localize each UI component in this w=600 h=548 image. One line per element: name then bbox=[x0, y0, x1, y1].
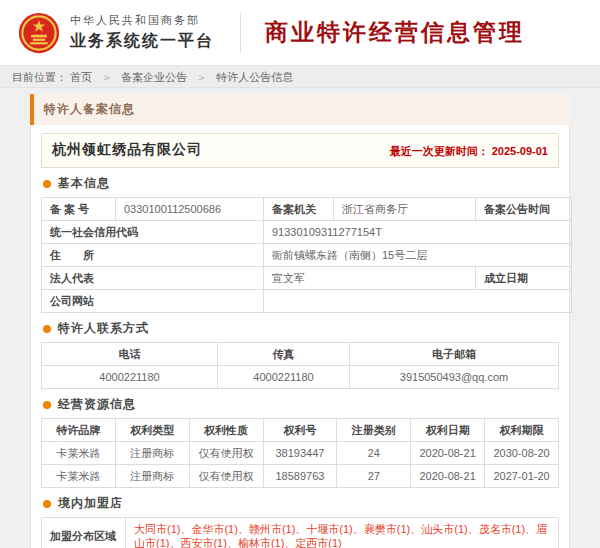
section-title: 经营资源信息 bbox=[58, 396, 136, 413]
column-header: 权利期限 bbox=[485, 419, 559, 442]
top-header: 中华人民共和国商务部 业务系统统一平台 商业特许经营信息管理 bbox=[0, 0, 600, 66]
right-no-cell: 38193447 bbox=[263, 442, 337, 465]
table-header-row: 电话 传真 电子邮箱 bbox=[42, 343, 559, 366]
reg-class-cell: 27 bbox=[337, 465, 411, 488]
right-nature-cell: 仅有使用权 bbox=[189, 465, 263, 488]
breadcrumb-current-page: 特许人公告信息 bbox=[216, 71, 293, 83]
main-content: 特许人备案信息 杭州领虹绣品有限公司 最近一次更新时间： 2025-09-01 … bbox=[0, 88, 600, 548]
bullet-icon bbox=[43, 325, 51, 333]
section-business-resources: 经营资源信息 bbox=[43, 396, 559, 413]
column-header: 权利日期 bbox=[411, 419, 485, 442]
column-header-email: 电子邮箱 bbox=[350, 343, 559, 366]
franchise-table: 加盟分布区域 大同市(1)、金华市(1)、赣州市(1)、十堰市(1)、襄樊市(1… bbox=[41, 517, 559, 548]
website-value bbox=[264, 290, 572, 313]
website-label: 公司网站 bbox=[42, 290, 264, 313]
right-type-cell: 注册商标 bbox=[115, 465, 189, 488]
bullet-icon bbox=[43, 401, 51, 409]
record-panel: 杭州领虹绣品有限公司 最近一次更新时间： 2025-09-01 基本信息 备 案… bbox=[30, 125, 570, 548]
basic-info-table: 备 案 号 0330100112500686 备案机关 浙江省商务厅 备案公告时… bbox=[41, 197, 572, 313]
ministry-name: 中华人民共和国商务部 bbox=[70, 13, 214, 28]
record-no-value: 0330100112500686 bbox=[116, 198, 264, 221]
company-name: 杭州领虹绣品有限公司 bbox=[52, 141, 202, 159]
last-update-value: 2025-09-01 bbox=[492, 145, 548, 157]
table-row: 法人代表 宣文军 成立日期 2014-05-09 bbox=[42, 267, 572, 290]
legal-rep-label: 法人代表 bbox=[42, 267, 264, 290]
table-row: 统一社会信用代码 91330109311277154T bbox=[42, 221, 572, 244]
last-update-time: 最近一次更新时间： 2025-09-01 bbox=[390, 144, 548, 159]
brand-cell: 卡莱米路 bbox=[42, 465, 116, 488]
contact-table: 电话 传真 电子邮箱 4000221180 4000221180 3915050… bbox=[41, 342, 559, 389]
authority-value: 浙江省商务厅 bbox=[334, 198, 476, 221]
section-basic-info: 基本信息 bbox=[43, 175, 559, 192]
right-date-cell: 2020-08-21 bbox=[411, 442, 485, 465]
authority-label: 备案机关 bbox=[264, 198, 334, 221]
org-block: 中华人民共和国商务部 业务系统统一平台 bbox=[70, 13, 214, 52]
tab-franchisor-record-info: 特许人备案信息 bbox=[30, 94, 570, 125]
company-header-box: 杭州领虹绣品有限公司 最近一次更新时间： 2025-09-01 bbox=[41, 133, 559, 168]
table-row: 加盟分布区域 大同市(1)、金华市(1)、赣州市(1)、十堰市(1)、襄樊市(1… bbox=[42, 518, 559, 548]
table-row: 4000221180 4000221180 3915050493@qq.com bbox=[42, 366, 559, 389]
table-row: 卡莱米路 注册商标 仅有使用权 18589763 27 2020-08-21 2… bbox=[42, 465, 559, 488]
column-header: 注册类别 bbox=[337, 419, 411, 442]
column-header: 权利类型 bbox=[115, 419, 189, 442]
breadcrumb-company-announcements-link[interactable]: 备案企业公告 bbox=[121, 71, 187, 83]
address-label: 住 所 bbox=[42, 244, 264, 267]
national-emblem-icon bbox=[18, 12, 60, 54]
right-type-cell: 注册商标 bbox=[115, 442, 189, 465]
established-label: 成立日期 bbox=[476, 267, 572, 290]
record-no-label: 备 案 号 bbox=[42, 198, 116, 221]
table-row: 卡莱米路 注册商标 仅有使用权 38193447 24 2020-08-21 2… bbox=[42, 442, 559, 465]
column-header: 特许品牌 bbox=[42, 419, 116, 442]
credit-code-value: 91330109311277154T bbox=[264, 221, 572, 244]
email-value: 3915050493@qq.com bbox=[350, 366, 559, 389]
address-value: 衙前镇螺东路（南侧）15号二层 bbox=[264, 244, 572, 267]
phone-value: 4000221180 bbox=[42, 366, 218, 389]
column-header: 权利性质 bbox=[189, 419, 263, 442]
section-contact-info: 特许人联系方式 bbox=[43, 320, 559, 337]
breadcrumb: 目前位置： 首页 ＞ 备案企业公告 ＞ 特许人公告信息 bbox=[0, 66, 600, 88]
last-update-label: 最近一次更新时间： bbox=[390, 145, 489, 157]
right-expiry-cell: 2030-08-20 bbox=[485, 442, 559, 465]
reg-class-cell: 24 bbox=[337, 442, 411, 465]
region-links[interactable]: 大同市(1)、金华市(1)、赣州市(1)、十堰市(1)、襄樊市(1)、汕头市(1… bbox=[126, 518, 559, 548]
section-title: 特许人联系方式 bbox=[58, 320, 149, 337]
breadcrumb-home-link[interactable]: 首页 bbox=[70, 71, 92, 83]
resources-table: 特许品牌 权利类型 权利性质 权利号 注册类别 权利日期 权利期限 卡莱米路 注… bbox=[41, 418, 559, 488]
credit-code-label: 统一社会信用代码 bbox=[42, 221, 264, 244]
page-title: 商业特许经营信息管理 bbox=[265, 17, 525, 48]
breadcrumb-label: 目前位置： bbox=[12, 71, 67, 83]
column-header: 权利号 bbox=[263, 419, 337, 442]
fax-value: 4000221180 bbox=[218, 366, 350, 389]
column-header-phone: 电话 bbox=[42, 343, 218, 366]
section-title: 基本信息 bbox=[58, 175, 110, 192]
right-date-cell: 2020-08-21 bbox=[411, 465, 485, 488]
table-row: 公司网站 bbox=[42, 290, 572, 313]
section-domestic-franchise-stores: 境内加盟店 bbox=[43, 495, 559, 512]
legal-rep-value: 宣文军 bbox=[264, 267, 476, 290]
table-header-row: 特许品牌 权利类型 权利性质 权利号 注册类别 权利日期 权利期限 bbox=[42, 419, 559, 442]
right-no-cell: 18589763 bbox=[263, 465, 337, 488]
breadcrumb-separator: ＞ bbox=[101, 71, 112, 83]
breadcrumb-separator: ＞ bbox=[196, 71, 207, 83]
brand-cell: 卡莱米路 bbox=[42, 442, 116, 465]
region-label: 加盟分布区域 bbox=[42, 518, 126, 548]
announce-time-label: 备案公告时间 bbox=[476, 198, 572, 221]
bullet-icon bbox=[43, 180, 51, 188]
section-title: 境内加盟店 bbox=[58, 495, 123, 512]
right-nature-cell: 仅有使用权 bbox=[189, 442, 263, 465]
column-header-fax: 传真 bbox=[218, 343, 350, 366]
table-row: 住 所 衙前镇螺东路（南侧）15号二层 bbox=[42, 244, 572, 267]
right-expiry-cell: 2027-01-20 bbox=[485, 465, 559, 488]
platform-name: 业务系统统一平台 bbox=[70, 31, 214, 52]
bullet-icon bbox=[43, 500, 51, 508]
header-divider bbox=[240, 13, 241, 53]
table-row: 备 案 号 0330100112500686 备案机关 浙江省商务厅 备案公告时… bbox=[42, 198, 572, 221]
